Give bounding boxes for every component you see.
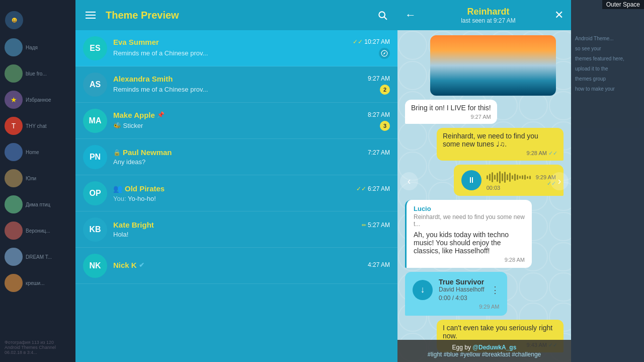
bg-chat-name: THY chat — [26, 123, 47, 129]
audio-waveform — [487, 170, 531, 185]
messages-container: Bring it on! I LIVE for this! 9:27 AM Re… — [397, 30, 571, 362]
download-button[interactable]: ↓ — [413, 280, 433, 300]
carousel-next-button[interactable]: › — [550, 172, 569, 190]
bg-chat-item: Дима птиц — [3, 192, 73, 216]
chat-list-item[interactable]: NK Nick K ✔ 4:27 AM — [75, 248, 397, 284]
audio-bubble: ⏸ — [454, 165, 564, 196]
bg-avatar — [5, 274, 23, 292]
track-progress: 0:00 / 4:03 — [439, 295, 485, 302]
bg-chat-name: Надя — [26, 45, 38, 50]
bg-chat-item: Home — [3, 140, 73, 164]
bg-footer-sub: Android Themes Channel 06.02.18 в 3:4... — [5, 345, 71, 355]
message-row: Reinhardt, we need to find you some new … — [405, 128, 564, 161]
chat-info: Kate Bright ✏ 5:27 AM Hola! — [113, 221, 390, 238]
chat-info: Nick K ✔ 4:27 AM — [113, 261, 390, 271]
avatar: ES — [83, 36, 107, 60]
chat-list-item[interactable]: KB Kate Bright ✏ 5:27 AM Hola! — [75, 211, 397, 248]
more-options-button[interactable]: ⋮ — [491, 284, 500, 296]
reply-sender: Lucio — [414, 205, 525, 212]
bg-footer-label: Фотография 113 из 120 — [5, 340, 71, 345]
chat-name: 🔒 Paul Newman — [113, 148, 172, 157]
far-right-text-2: themes featured here, — [575, 55, 640, 62]
lock-icon: 🔒 — [113, 149, 121, 156]
bg-avatar — [5, 38, 23, 56]
chat-header: ← Reinhardt last seen at 9:27 AM ✕ — [397, 0, 571, 30]
theme-preview-title: Theme Preview — [106, 10, 375, 21]
chat-preview: Reminds me of a Chinese prov... — [113, 49, 208, 57]
chat-list-item[interactable]: MA Make Apple 📌 8:27 AM 🐝 Sticker 3 — [75, 103, 397, 139]
chat-list-item[interactable]: ES Eva Summer ✓✓ 10:27 AM Reminds me of … — [75, 30, 397, 66]
bg-chat-name: DREAM T... — [26, 254, 52, 260]
message-text: Ah, you kids today with techno music! Yo… — [414, 231, 525, 255]
read-check: ✓✓ — [548, 150, 557, 156]
avatar: KB — [83, 218, 107, 242]
bg-chat-item: T THY chat — [3, 114, 73, 138]
close-button[interactable]: ✕ — [554, 9, 564, 22]
avatar: PN — [83, 145, 107, 169]
toast-user: @DeduwkA_gs — [472, 344, 516, 351]
pin-icon: 📌 — [157, 111, 165, 118]
bg-chat-name: креши... — [26, 280, 44, 286]
message-row: Lucio Reinhardt, we need to find you som… — [405, 200, 564, 268]
chat-name: Alexandra Smith — [113, 75, 173, 83]
chat-name: Nick K ✔ — [113, 261, 144, 269]
outer-space-label: Outer Space — [602, 0, 644, 9]
chat-list: ES Eva Summer ✓✓ 10:27 AM Reminds me of … — [75, 30, 397, 362]
message-time: 9:28 AM ✓✓ — [443, 150, 557, 157]
message-bubble: Reinhardt, we need to find you some new … — [437, 128, 564, 161]
chat-preview: Any ideas? — [113, 158, 145, 166]
search-button[interactable] — [375, 8, 390, 23]
track-info: True Survivor David Hasselhoff 0:00 / 4:… — [439, 278, 485, 302]
message-text: I can't even take you seriously right no… — [443, 324, 552, 340]
message-time: 9:28 AM — [414, 257, 525, 263]
hamburger-menu-button[interactable] — [83, 8, 98, 23]
bg-chat-item: Верониц... — [3, 219, 73, 243]
theme-preview-panel: Theme Preview ES Eva Summer ✓✓ 10:27 AM — [75, 0, 397, 362]
bg-chat-name: blue fro... — [26, 71, 47, 77]
message-time: 9:29 AM — [413, 304, 500, 310]
chat-info: Alexandra Smith 9:27 AM Reminds me of a … — [113, 75, 390, 95]
hamburger-icon — [86, 12, 96, 19]
carousel-prev-button[interactable]: ‹ — [400, 172, 418, 190]
far-right-panel: Android Theme... so see your themes feat… — [571, 0, 644, 362]
pause-button[interactable]: ⏸ — [461, 170, 481, 190]
bg-chat-name: Home — [26, 150, 39, 155]
chat-time: ✏ 5:27 AM — [362, 222, 390, 229]
bottom-toast: Egg by @DeduwkA_gs #light #blue #yellow … — [397, 340, 571, 362]
contact-name: Reinhardt — [422, 7, 554, 17]
chat-list-item[interactable]: OP 👥 Old Pirates ✓✓ 6:27 AM You: Yo-h — [75, 175, 397, 211]
far-right-text-3: upload it to the — [575, 65, 640, 73]
message-row: ⏸ — [405, 165, 564, 196]
compass-icon — [379, 48, 390, 59]
chat-time: 4:27 AM — [368, 261, 390, 268]
bg-chat-name: Верониц... — [26, 228, 50, 234]
back-button[interactable]: ← — [405, 9, 416, 22]
chat-info: Eva Summer ✓✓ 10:27 AM Reminds me of a C… — [113, 38, 390, 59]
reply-preview: Reinhardt, we need to find you some new … — [414, 213, 525, 228]
chat-list-item[interactable]: PN 🔒 Paul Newman 7:27 AM Any ideas? — [75, 139, 397, 175]
chat-preview: Hola! — [113, 231, 128, 238]
bg-avatar: T — [5, 117, 23, 135]
chat-window: ‹ ← Reinhardt last seen at 9:27 AM ✕ Bri… — [397, 0, 571, 362]
message-row — [405, 35, 564, 96]
message-row: ↓ True Survivor David Hasselhoff 0:00 / … — [405, 272, 564, 316]
unread-badge: 3 — [380, 121, 390, 131]
bg-user-avatar: 😀 — [5, 11, 23, 29]
chat-preview: Reminds me of a Chinese prov... — [113, 86, 208, 93]
theme-preview-header: Theme Preview — [75, 0, 397, 30]
chat-time: ✓✓ 10:27 AM — [353, 38, 390, 45]
chat-header-info: Reinhardt last seen at 9:27 AM — [422, 7, 554, 24]
chat-name: Eva Summer — [113, 38, 159, 46]
unread-badge: 2 — [380, 85, 390, 95]
hero-image — [430, 35, 556, 96]
message-row: Bring it on! I LIVE for this! 9:27 AM — [405, 100, 564, 124]
bg-chat-item: креши... — [3, 271, 73, 295]
verified-icon: ✔ — [139, 261, 144, 269]
svg-line-1 — [384, 17, 387, 20]
chat-list-item[interactable]: AS Alexandra Smith 9:27 AM Reminds me of… — [75, 66, 397, 103]
chat-time: 8:27 AM — [368, 111, 390, 118]
background-sidebar: 😀 Надя blue fro... ★ Избранное T THY cha… — [0, 0, 75, 362]
bg-chat-item: ★ Избранное — [3, 88, 73, 112]
message-text: Bring it on! I LIVE for this! — [411, 104, 491, 112]
toast-tags: #light #blue #yellow #breakfast #challen… — [428, 351, 541, 358]
